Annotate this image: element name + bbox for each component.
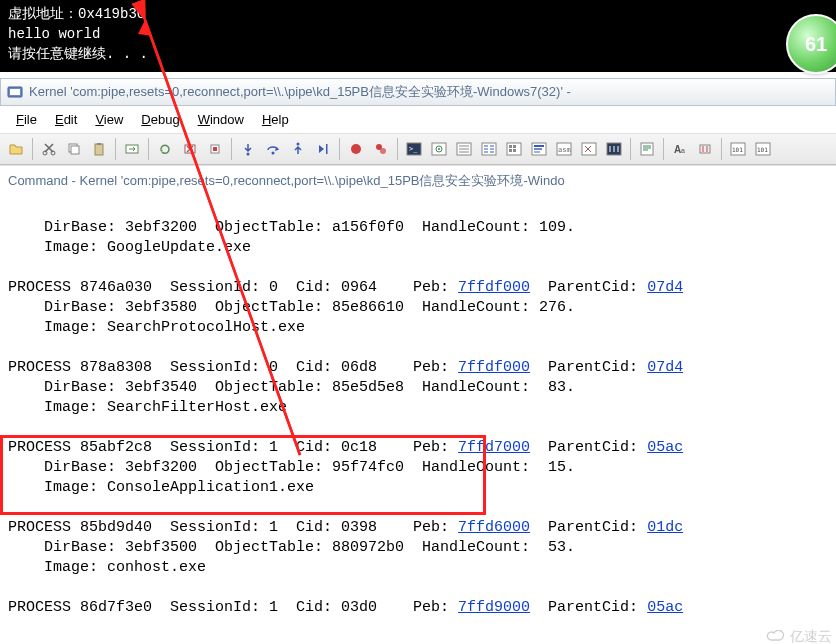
- toolbar-separator: [339, 138, 340, 160]
- registers-icon[interactable]: [477, 137, 501, 161]
- paste-icon[interactable]: [87, 137, 111, 161]
- toolbar-separator: [663, 138, 664, 160]
- svg-rect-7: [97, 143, 101, 145]
- cmd-window-icon[interactable]: >_: [402, 137, 426, 161]
- out-line: DirBase: 3ebf3500 ObjectTable: 880972b0 …: [8, 539, 575, 556]
- svg-rect-15: [326, 144, 328, 154]
- peb-link[interactable]: 7ffdf000: [458, 359, 530, 376]
- callstack-icon[interactable]: [527, 137, 551, 161]
- svg-point-16: [351, 144, 361, 154]
- svg-rect-37: [582, 143, 596, 155]
- breakpoints-icon[interactable]: [369, 137, 393, 161]
- source-icon[interactable]: [635, 137, 659, 161]
- parentcid-link[interactable]: 07d4: [647, 279, 683, 296]
- stop-icon[interactable]: [178, 137, 202, 161]
- toolbar: >_ asm Aa 101 101: [0, 134, 836, 165]
- out-line: Image: ConsoleApplication1.exe: [8, 479, 314, 496]
- locals-icon[interactable]: [452, 137, 476, 161]
- app-icon: [7, 84, 23, 100]
- scratch-icon[interactable]: [577, 137, 601, 161]
- watch-icon[interactable]: [427, 137, 451, 161]
- out-line: PROCESS 8746a030 SessionId: 0 Cid: 0964 …: [8, 279, 683, 296]
- options-icon[interactable]: [693, 137, 717, 161]
- step-out-icon[interactable]: [286, 137, 310, 161]
- svg-rect-30: [513, 149, 516, 152]
- out-line: Image: GoogleUpdate.exe: [8, 239, 251, 256]
- svg-point-18: [380, 148, 386, 154]
- go-icon[interactable]: [120, 137, 144, 161]
- menu-file[interactable]: File: [8, 110, 45, 129]
- window-titlebar[interactable]: Kernel 'com:pipe,resets=0,reconnect,port…: [0, 78, 836, 106]
- memory-icon[interactable]: [502, 137, 526, 161]
- out-line: DirBase: 3ebf3200 ObjectTable: 95f74fc0 …: [8, 459, 575, 476]
- menu-view[interactable]: View: [87, 110, 131, 129]
- binary2-icon[interactable]: 101: [751, 137, 775, 161]
- parentcid-link[interactable]: 07d4: [647, 359, 683, 376]
- svg-rect-33: [534, 148, 542, 150]
- out-line: Image: conhost.exe: [8, 559, 206, 576]
- menu-edit[interactable]: Edit: [47, 110, 85, 129]
- peb-link[interactable]: 7ffd7000: [458, 439, 530, 456]
- out-line: DirBase: 3ebf3200 ObjectTable: a156f0f0 …: [8, 219, 575, 236]
- cut-icon[interactable]: [37, 137, 61, 161]
- svg-text:101: 101: [757, 146, 768, 153]
- toolbar-separator: [630, 138, 631, 160]
- copy-icon[interactable]: [62, 137, 86, 161]
- svg-rect-6: [95, 144, 103, 155]
- svg-point-14: [297, 143, 300, 146]
- console-output: 虚拟地址：0x419b30 hello world 请按任意键继续. . .: [0, 0, 836, 72]
- toolbar-separator: [115, 138, 116, 160]
- step-over-icon[interactable]: [261, 137, 285, 161]
- svg-rect-11: [213, 147, 217, 151]
- command-pane-title: Command - Kernel 'com:pipe,resets=0,reco…: [0, 165, 836, 192]
- console-line: 请按任意键继续. . .: [8, 44, 828, 64]
- run-to-cursor-icon[interactable]: [311, 137, 335, 161]
- svg-text:a: a: [681, 147, 685, 154]
- toolbar-separator: [32, 138, 33, 160]
- open-icon[interactable]: [4, 137, 28, 161]
- out-line: PROCESS 86d7f3e0 SessionId: 1 Cid: 03d0 …: [8, 599, 683, 616]
- toolbar-separator: [397, 138, 398, 160]
- menubar: File Edit View Debug Window Help: [0, 106, 836, 134]
- step-into-icon[interactable]: [236, 137, 260, 161]
- out-line: Image: SearchFilterHost.exe: [8, 399, 287, 416]
- parentcid-link[interactable]: 01dc: [647, 519, 683, 536]
- svg-text:asm: asm: [558, 146, 571, 154]
- parentcid-link[interactable]: 05ac: [647, 439, 683, 456]
- svg-point-13: [272, 152, 275, 155]
- svg-text:101: 101: [732, 146, 743, 153]
- peb-link[interactable]: 7ffd9000: [458, 599, 530, 616]
- window-title: Kernel 'com:pipe,resets=0,reconnect,port…: [29, 83, 571, 101]
- out-line: PROCESS 878a8308 SessionId: 0 Cid: 06d8 …: [8, 359, 683, 376]
- threads-icon[interactable]: [602, 137, 626, 161]
- toolbar-separator: [721, 138, 722, 160]
- menu-help[interactable]: Help: [254, 110, 297, 129]
- svg-rect-29: [509, 149, 512, 152]
- watermark: 亿速云: [766, 628, 832, 644]
- restart-icon[interactable]: [153, 137, 177, 161]
- svg-point-12: [247, 153, 250, 156]
- peb-link[interactable]: 7ffdf000: [458, 279, 530, 296]
- font-icon[interactable]: Aa: [668, 137, 692, 161]
- menu-window[interactable]: Window: [190, 110, 252, 129]
- break-icon[interactable]: [203, 137, 227, 161]
- svg-rect-1: [10, 89, 20, 95]
- svg-rect-34: [534, 151, 540, 153]
- console-line: 虚拟地址：0x419b30: [8, 4, 828, 24]
- toolbar-separator: [148, 138, 149, 160]
- svg-rect-42: [700, 145, 710, 153]
- peb-link[interactable]: 7ffd6000: [458, 519, 530, 536]
- parentcid-link[interactable]: 05ac: [647, 599, 683, 616]
- console-line: hello world: [8, 24, 828, 44]
- command-output[interactable]: DirBase: 3ebf3200 ObjectTable: a156f0f0 …: [0, 192, 836, 644]
- out-line: PROCESS 85bd9d40 SessionId: 1 Cid: 0398 …: [8, 519, 683, 536]
- menu-debug[interactable]: Debug: [133, 110, 187, 129]
- svg-rect-27: [509, 145, 512, 148]
- binary1-icon[interactable]: 101: [726, 137, 750, 161]
- out-line: Image: SearchProtocolHost.exe: [8, 319, 305, 336]
- out-line: DirBase: 3ebf3540 ObjectTable: 85e5d5e8 …: [8, 379, 575, 396]
- out-line: DirBase: 3ebf3580 ObjectTable: 85e86610 …: [8, 299, 575, 316]
- breakpoint-icon[interactable]: [344, 137, 368, 161]
- disasm-icon[interactable]: asm: [552, 137, 576, 161]
- out-line: PROCESS 85abf2c8 SessionId: 1 Cid: 0c18 …: [8, 439, 683, 456]
